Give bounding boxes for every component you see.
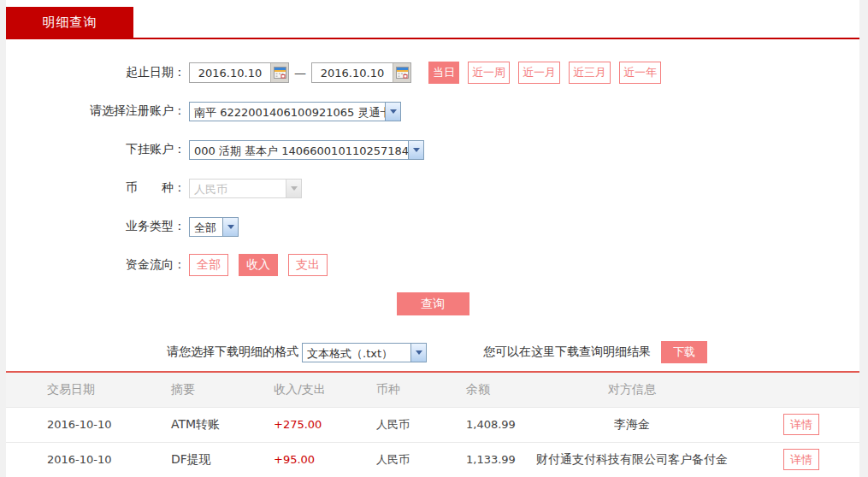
date-range-label: 起止日期： — [6, 65, 186, 80]
business-type-row: 业务类型： 全部 — [6, 215, 859, 238]
query-form: 起止日期： — [6, 39, 859, 363]
detail-button[interactable]: 详情 — [783, 414, 819, 435]
table-row: 2016-10-10 ATM转账 +275.00 人民币 1,408.99 李海… — [6, 407, 859, 442]
start-date-input[interactable] — [190, 63, 270, 82]
column-header-amount: 收入/支出 — [233, 373, 335, 407]
calendar-icon — [274, 67, 286, 79]
register-account-row: 请选择注册账户： 南平 6222001406100921065 灵通卡 — [6, 100, 859, 122]
start-date-field — [189, 62, 289, 83]
download-row: 请您选择下载明细的格式 文本格式（.txt） 您可以在这里下载查询明细结果 下载 — [6, 341, 859, 363]
currency-select: 人民币 — [189, 179, 302, 198]
cell-balance: 1,408.99 — [425, 407, 521, 442]
download-format-value: 文本格式（.txt） — [303, 344, 410, 362]
column-header-balance: 余额 — [425, 373, 521, 407]
business-type-select[interactable]: 全部 — [189, 217, 239, 237]
end-date-input[interactable] — [312, 63, 393, 82]
cell-action: 详情 — [743, 407, 859, 442]
fund-flow-all-button[interactable]: 全部 — [189, 254, 228, 276]
sub-account-value: 000 活期 基本户 1406600101102571848 — [190, 141, 408, 159]
quick-range-month-button[interactable]: 近一月 — [518, 62, 560, 84]
date-range-row: 起止日期： — [6, 62, 859, 84]
chevron-down-icon — [410, 344, 426, 362]
cell-amount: +95.00 — [233, 442, 335, 477]
business-type-value: 全部 — [190, 218, 222, 236]
quick-range-quarter-button[interactable]: 近三月 — [569, 62, 611, 84]
column-header-summary: 摘要 — [130, 373, 233, 407]
table-header-row: 交易日期 摘要 收入/支出 币种 余额 对方信息 — [6, 373, 859, 407]
download-format-select[interactable]: 文本格式（.txt） — [302, 343, 427, 362]
currency-value: 人民币 — [190, 180, 286, 197]
sub-account-row: 下挂账户： 000 活期 基本户 1406600101102571848 — [6, 138, 859, 161]
register-account-select[interactable]: 南平 6222001406100921065 灵通卡 — [189, 102, 401, 121]
cell-action: 详情 — [743, 442, 859, 477]
currency-row: 币 种： 人民币 — [6, 177, 859, 199]
cell-currency: 人民币 — [335, 442, 425, 477]
download-format-label: 请您选择下载明细的格式 — [167, 344, 298, 360]
chevron-down-icon — [286, 180, 301, 197]
end-date-calendar-button[interactable] — [393, 63, 410, 82]
query-button[interactable]: 查询 — [397, 292, 469, 315]
cell-balance: 1,133.99 — [425, 442, 521, 477]
register-account-value: 南平 6222001406100921065 灵通卡 — [190, 103, 385, 121]
fund-flow-expense-button[interactable]: 支出 — [288, 254, 328, 276]
column-header-date: 交易日期 — [6, 373, 130, 407]
register-account-label: 请选择注册账户： — [6, 103, 186, 119]
detail-query-page: 明细查询 起止日期： — [6, 0, 859, 477]
column-header-currency: 币种 — [335, 373, 425, 407]
date-range-separator: — — [294, 66, 306, 80]
calendar-icon — [396, 67, 409, 79]
cell-summary: DF提现 — [130, 442, 233, 477]
query-button-row: 查询 — [6, 292, 859, 315]
fund-flow-row: 资金流向： 全部 收入 支出 — [6, 254, 859, 276]
cell-counterparty: 李海金 — [521, 407, 743, 442]
download-hint: 您可以在这里下载查询明细结果 — [483, 344, 651, 360]
cell-summary: ATM转账 — [130, 407, 233, 442]
detail-button[interactable]: 详情 — [783, 449, 819, 470]
cell-amount: +275.00 — [233, 407, 335, 442]
column-header-action — [743, 373, 859, 407]
quick-range-today-button[interactable]: 当日 — [428, 62, 459, 84]
sub-account-label: 下挂账户： — [6, 142, 186, 157]
end-date-field — [311, 62, 411, 83]
quick-range-week-button[interactable]: 近一周 — [468, 62, 510, 84]
quick-range-year-button[interactable]: 近一年 — [619, 62, 661, 84]
column-header-counterparty: 对方信息 — [521, 373, 743, 407]
sub-account-select[interactable]: 000 活期 基本户 1406600101102571848 — [189, 140, 424, 160]
chevron-down-icon — [385, 103, 400, 121]
chevron-down-icon — [222, 218, 238, 236]
tab-bar: 明细查询 — [6, 0, 859, 39]
download-button[interactable]: 下载 — [661, 341, 707, 363]
cell-counterparty: 财付通支付科技有限公司客户备付金 — [521, 442, 743, 477]
start-date-calendar-button[interactable] — [270, 63, 288, 82]
transactions-table: 交易日期 摘要 收入/支出 币种 余额 对方信息 2016-10-10 ATM转… — [6, 373, 859, 477]
chevron-down-icon — [408, 141, 423, 159]
cell-currency: 人民币 — [335, 407, 425, 442]
cell-date: 2016-10-10 — [6, 442, 130, 477]
fund-flow-income-button[interactable]: 收入 — [239, 254, 278, 276]
tab-detail-query[interactable]: 明细查询 — [6, 7, 133, 38]
table-row: 2016-10-10 DF提现 +95.00 人民币 1,133.99 财付通支… — [6, 442, 859, 477]
currency-label: 币 种： — [6, 180, 186, 196]
cell-date: 2016-10-10 — [6, 407, 130, 442]
fund-flow-label: 资金流向： — [6, 257, 186, 273]
business-type-label: 业务类型： — [6, 219, 186, 234]
